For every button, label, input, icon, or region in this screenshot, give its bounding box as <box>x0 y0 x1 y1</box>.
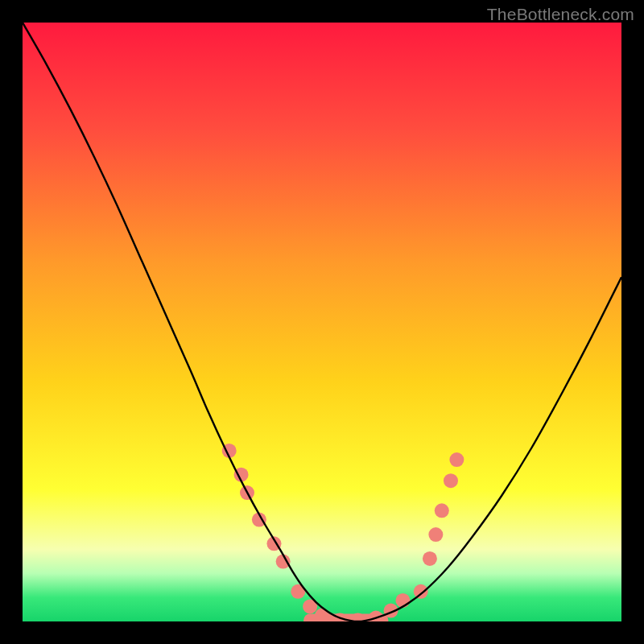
plot-area <box>23 23 621 621</box>
marker-dot <box>423 551 437 566</box>
marker-dot <box>444 473 458 488</box>
marker-dot <box>414 584 428 599</box>
gradient-background <box>23 23 621 621</box>
marker-dot <box>428 527 443 542</box>
marker-dot <box>449 452 464 467</box>
bottleneck-chart <box>23 23 621 621</box>
watermark-text: TheBottleneck.com <box>487 5 634 24</box>
chart-frame: TheBottleneck.com <box>0 0 644 644</box>
marker-dot <box>435 503 449 518</box>
